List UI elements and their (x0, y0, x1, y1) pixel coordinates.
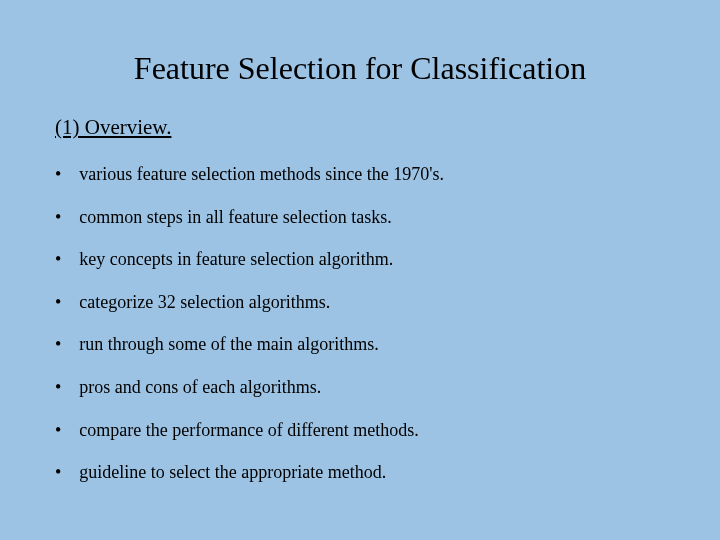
bullet-text: compare the performance of different met… (79, 420, 419, 442)
bullet-text: common steps in all feature selection ta… (79, 207, 391, 229)
bullet-text: run through some of the main algorithms. (79, 334, 378, 356)
bullet-icon: • (55, 164, 61, 186)
slide-title: Feature Selection for Classification (55, 50, 665, 87)
bullet-icon: • (55, 207, 61, 229)
list-item: • guideline to select the appropriate me… (55, 462, 665, 484)
bullet-icon: • (55, 334, 61, 356)
bullet-icon: • (55, 249, 61, 271)
list-item: • categorize 32 selection algorithms. (55, 292, 665, 314)
bullet-text: categorize 32 selection algorithms. (79, 292, 330, 314)
bullet-icon: • (55, 377, 61, 399)
bullet-icon: • (55, 292, 61, 314)
list-item: • run through some of the main algorithm… (55, 334, 665, 356)
bullet-icon: • (55, 462, 61, 484)
bullet-text: pros and cons of each algorithms. (79, 377, 321, 399)
bullet-text: key concepts in feature selection algori… (79, 249, 393, 271)
bullet-text: guideline to select the appropriate meth… (79, 462, 386, 484)
list-item: • key concepts in feature selection algo… (55, 249, 665, 271)
bullet-text: various feature selection methods since … (79, 164, 444, 186)
list-item: • compare the performance of different m… (55, 420, 665, 442)
section-heading: (1) Overview. (55, 115, 665, 140)
list-item: • common steps in all feature selection … (55, 207, 665, 229)
bullet-list: • various feature selection methods sinc… (55, 164, 665, 484)
list-item: • pros and cons of each algorithms. (55, 377, 665, 399)
bullet-icon: • (55, 420, 61, 442)
list-item: • various feature selection methods sinc… (55, 164, 665, 186)
